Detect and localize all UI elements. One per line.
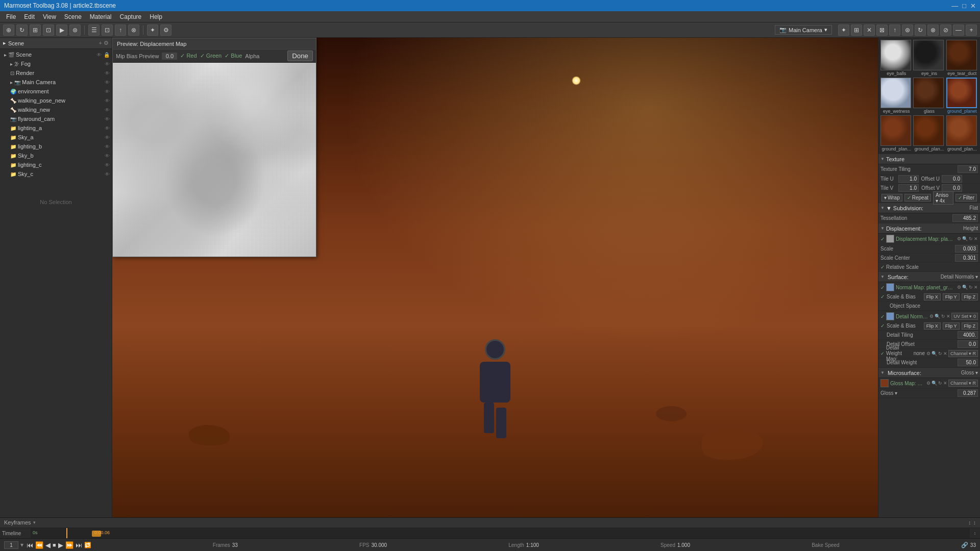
- tool-btn-12[interactable]: ⚙: [160, 24, 172, 36]
- mip-value[interactable]: 0.0: [162, 53, 177, 60]
- right-tool-6[interactable]: ⊛: [902, 24, 913, 36]
- microsurface-gloss[interactable]: Gloss ▾: [961, 370, 978, 375]
- keyframes-label[interactable]: Keyframes: [4, 519, 31, 525]
- subdivision-section-header[interactable]: ▼ ▼ Subdivision: Flat: [878, 203, 980, 213]
- disp-search-icon[interactable]: 🔍: [962, 236, 968, 241]
- frame-down-icon[interactable]: ▾: [20, 541, 23, 548]
- weight-channel-selector[interactable]: Channel ▾ R: [948, 350, 978, 357]
- loop-button[interactable]: 🔁: [84, 542, 91, 548]
- tile-v-value[interactable]: 1.0: [898, 184, 919, 192]
- detail-flip-z-button[interactable]: Flip Z: [962, 322, 978, 330]
- disp-settings-icon[interactable]: ⚙: [957, 236, 961, 241]
- tree-item-environment[interactable]: 🌍 environment 👁: [0, 87, 112, 96]
- displacement-section-header[interactable]: ▼ Displacement: Height: [878, 223, 980, 234]
- eye-icon-fog[interactable]: 👁: [105, 61, 110, 67]
- wrap-button[interactable]: ▾ Wrap: [881, 194, 902, 202]
- mat-thumb-eye-tear-duct[interactable]: [946, 40, 977, 70]
- uv-set-selector[interactable]: UV Set ▾ 0: [951, 313, 978, 320]
- mat-thumb-glass[interactable]: [913, 78, 944, 108]
- menu-help[interactable]: Help: [145, 12, 166, 21]
- disp-refresh-icon[interactable]: ↻: [969, 236, 973, 241]
- wm-refresh-icon[interactable]: ↻: [938, 351, 942, 356]
- dm-clear-icon[interactable]: ✕: [946, 314, 950, 319]
- timeline-cursor[interactable]: [66, 528, 67, 539]
- eye-icon-sky-c[interactable]: 👁: [105, 171, 110, 177]
- weight-map-check[interactable]: ✓: [880, 351, 885, 356]
- dm-settings-icon[interactable]: ⚙: [929, 314, 934, 319]
- detail-offset-value[interactable]: 0.0: [958, 340, 978, 348]
- offset-u-value[interactable]: 0.0: [942, 175, 962, 183]
- kf-expand-icon[interactable]: ↕: [968, 519, 971, 525]
- dm-search-icon[interactable]: 🔍: [935, 314, 940, 319]
- scene-settings-icon[interactable]: ⚙: [104, 40, 109, 46]
- microsurface-section-header[interactable]: ▼ Microsurface: Gloss ▾: [878, 368, 980, 378]
- detail-tiling-value[interactable]: 4000.: [958, 331, 978, 339]
- relative-scale-check[interactable]: ✓: [880, 264, 885, 270]
- tool-btn-10[interactable]: ⊗: [128, 24, 139, 36]
- mat-thumb-eye-wetness[interactable]: [880, 78, 911, 108]
- tree-item-flyaround[interactable]: 📷 flyaround_cam 👁: [0, 114, 112, 123]
- timeline-scroll-icon[interactable]: ↕: [974, 531, 976, 536]
- step-back-button[interactable]: ⏪: [35, 541, 43, 549]
- eye-icon-camera[interactable]: 👁: [105, 80, 110, 85]
- alpha-channel-check[interactable]: Alpha: [245, 53, 259, 59]
- right-tool-5[interactable]: ↑: [889, 24, 900, 36]
- wm-search-icon[interactable]: 🔍: [932, 351, 937, 356]
- tree-item-fog[interactable]: ▸ 🌫 Fog 👁: [0, 59, 112, 68]
- right-tool-7[interactable]: ↻: [915, 24, 926, 36]
- play-back-button[interactable]: ◀: [45, 541, 51, 549]
- flip-x-button[interactable]: Flip X: [924, 293, 941, 300]
- flip-z-button[interactable]: Flip Z: [962, 293, 978, 300]
- eye-icon-lighting-c[interactable]: 👁: [105, 162, 110, 168]
- right-tool-2[interactable]: ⊞: [851, 24, 862, 36]
- blue-channel-check[interactable]: ✓ Blue: [225, 53, 242, 59]
- scale-bias-check[interactable]: ✓: [880, 294, 885, 299]
- eye-icon-walking-new[interactable]: 👁: [105, 107, 110, 113]
- playback-link-icon[interactable]: 🔗: [961, 542, 968, 548]
- tree-item-lighting-b[interactable]: 📁 lighting_b 👁: [0, 142, 112, 151]
- mat-thumb-eye-ins[interactable]: [913, 40, 944, 70]
- right-tool-1[interactable]: ✦: [838, 24, 849, 36]
- lock-icon-scene[interactable]: 🔒: [104, 52, 110, 58]
- eye-icon-render[interactable]: 👁: [105, 70, 110, 76]
- filter-button[interactable]: ✓ Filter: [955, 194, 977, 202]
- eye-icon-env[interactable]: 👁: [105, 89, 110, 94]
- aniso-button[interactable]: Aniso ▾ 4x: [933, 191, 953, 205]
- right-tool-8[interactable]: ⊗: [927, 24, 939, 36]
- scale-value[interactable]: 0.003: [955, 245, 978, 253]
- menu-view[interactable]: View: [39, 12, 60, 21]
- menu-edit[interactable]: Edit: [20, 12, 39, 21]
- preview-titlebar[interactable]: Preview: Displacement Map: [113, 38, 316, 49]
- gm-clear-icon[interactable]: ✕: [943, 381, 947, 386]
- dm-refresh-icon[interactable]: ↻: [941, 314, 945, 319]
- detail-flip-x-button[interactable]: Flip X: [924, 322, 941, 330]
- mat-thumb-ground-plan2[interactable]: [880, 115, 911, 146]
- step-forward-button[interactable]: ⏩: [65, 541, 74, 549]
- menu-file[interactable]: File: [2, 12, 20, 21]
- tool-btn-1[interactable]: ⊕: [3, 24, 14, 36]
- tessellation-value[interactable]: 485.2: [952, 214, 978, 222]
- green-channel-check[interactable]: ✓ Green: [200, 53, 222, 59]
- frames-value[interactable]: 33: [232, 542, 238, 548]
- preview-done-button[interactable]: Done: [287, 51, 313, 61]
- tree-item-render[interactable]: ⊡ Render 👁: [0, 68, 112, 78]
- timeline-ruler[interactable]: 0s 0:00.06: [31, 528, 970, 539]
- tile-u-value[interactable]: 1.0: [898, 175, 919, 183]
- scale-center-value[interactable]: 0.301: [955, 254, 978, 262]
- texture-section-header[interactable]: ▼ Texture: [878, 154, 980, 164]
- menu-capture[interactable]: Capture: [116, 12, 146, 21]
- detail-weight-value[interactable]: 50.0: [958, 359, 978, 366]
- tree-item-sky-b[interactable]: 📁 Sky_b 👁: [0, 151, 112, 160]
- gloss-channel-selector[interactable]: Channel ▾ R: [948, 380, 978, 387]
- frame-current[interactable]: 33: [970, 542, 976, 548]
- maximize-button[interactable]: □: [962, 2, 966, 10]
- nm-search-icon[interactable]: 🔍: [962, 285, 968, 290]
- right-tool-9[interactable]: ⊘: [940, 24, 951, 36]
- mat-thumb-ground-plan3[interactable]: [913, 115, 944, 146]
- detail-scale-bias-check[interactable]: ✓: [880, 323, 885, 329]
- tool-btn-4[interactable]: ⊡: [43, 24, 54, 36]
- eye-icon-sky-a[interactable]: 👁: [105, 135, 110, 140]
- displacement-mode[interactable]: Height: [963, 226, 978, 231]
- tree-item-lighting-a[interactable]: 📁 lighting_a 👁: [0, 123, 112, 133]
- mat-thumb-ground-planet[interactable]: [946, 78, 977, 108]
